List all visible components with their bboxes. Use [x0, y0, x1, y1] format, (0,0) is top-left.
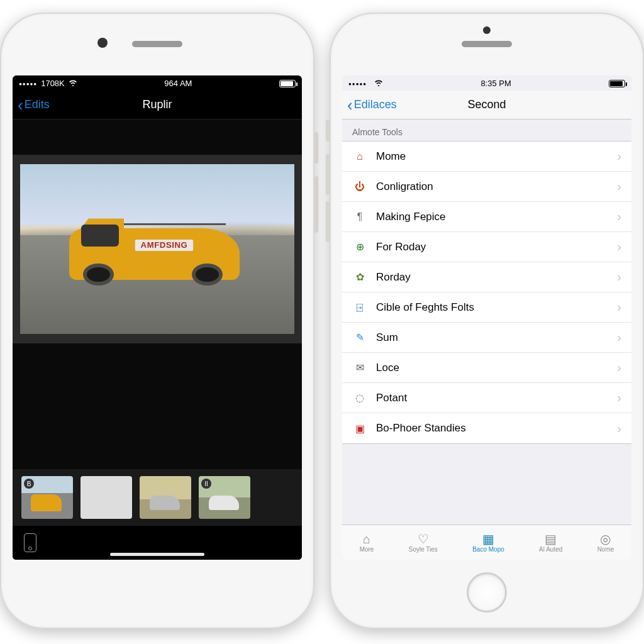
front-camera [483, 26, 491, 34]
thumb-badge: B [24, 479, 34, 489]
tab-label: Soyle Ties [409, 546, 438, 553]
list-item-label: Sum [376, 331, 617, 344]
tab-more[interactable]: ⌂More [360, 533, 374, 553]
thumb-badge: II [201, 479, 211, 489]
section-header: Almote Tools [342, 119, 631, 141]
wifi-icon [374, 79, 383, 88]
chat-icon: ◌ [352, 391, 367, 406]
mail-icon: ✉ [352, 360, 367, 375]
back-label: Edits [25, 98, 50, 111]
screen-right: 8:35 PM ‹ Edilaces Second Almote Tools ⌂… [342, 75, 631, 560]
list-item-label: Rorday [376, 271, 617, 284]
screen-left: 1708K 964 AM ‹ Edits Ruplir [13, 75, 302, 560]
tab-nome-icon: ◎ [600, 533, 611, 545]
tab-bar: ⌂More♡Soyle Ties▦Baco Mopo▤Al Auted◎Nome [342, 525, 631, 560]
van-logo-text: AMFDSING [135, 240, 192, 251]
list-item-label: Bo-Phoer Standies [376, 422, 617, 435]
thumbnail[interactable]: B [21, 476, 73, 519]
front-camera [97, 38, 108, 48]
phone-left: 1708K 964 AM ‹ Edits Ruplir [0, 13, 314, 629]
spacer-mid [13, 343, 302, 469]
chevron-right-icon: › [617, 360, 621, 375]
list-item[interactable]: ◌Potant› [342, 383, 631, 413]
back-label: Edilaces [354, 98, 397, 111]
spacer [342, 444, 631, 525]
list-item-label: Mome [376, 150, 617, 163]
list-item[interactable]: ⍈Cible of Feghts Folts› [342, 292, 631, 323]
status-bar: 1708K 964 AM [13, 75, 302, 91]
thumbnail-strip[interactable]: BII [13, 469, 302, 526]
mome-icon: ⌂ [352, 149, 367, 164]
chevron-right-icon: › [617, 270, 621, 284]
list-item[interactable]: ▣Bo-Phoer Standies› [342, 413, 631, 443]
power-icon: ⏻ [352, 179, 367, 194]
status-right [609, 79, 625, 88]
volume-up [326, 154, 330, 195]
list-item[interactable]: ✿Rorday› [342, 262, 631, 292]
chevron-right-icon: › [617, 149, 621, 164]
page-title: Ruplir [13, 98, 302, 111]
bag-icon: ⍈ [352, 300, 367, 315]
chevron-right-icon: › [617, 391, 621, 405]
chevron-right-icon: › [617, 240, 621, 254]
speaker [462, 41, 512, 47]
chevron-left-icon: ‹ [347, 97, 353, 113]
battery-icon [609, 80, 625, 87]
list-item[interactable]: ✉Loce› [342, 353, 631, 383]
home-indicator[interactable] [110, 553, 204, 556]
list-item-label: Making Fepice [376, 211, 617, 223]
chevron-right-icon: › [617, 179, 621, 194]
list-item[interactable]: ⊕For Roday› [342, 232, 631, 262]
tab-alauted[interactable]: ▤Al Auted [539, 533, 562, 553]
list-item[interactable]: ⏻Conligration› [342, 172, 631, 202]
speaker [132, 41, 182, 47]
phone-right: 8:35 PM ‹ Edilaces Second Almote Tools ⌂… [330, 13, 644, 629]
nav-bar: ‹ Edilaces Second [342, 91, 631, 119]
mute-switch [326, 119, 330, 142]
chevron-right-icon: › [617, 421, 621, 436]
list-item-label: Loce [376, 362, 617, 374]
making-icon: ¶ [352, 209, 367, 225]
chevron-left-icon: ‹ [18, 97, 23, 113]
back-button[interactable]: ‹ Edilaces [347, 97, 397, 113]
list-item[interactable]: ¶Making Fepice› [342, 202, 631, 232]
thumbnail[interactable]: II [199, 476, 250, 519]
tab-label: Baco Mopo [472, 546, 504, 553]
main-photo: AMFDSING [20, 164, 294, 334]
device-icon[interactable] [24, 533, 36, 552]
status-left: 1708K [19, 79, 77, 88]
status-time: 964 AM [164, 79, 192, 88]
roday-icon: ⊕ [352, 240, 367, 255]
nav-bar: ‹ Edits Ruplir [13, 91, 302, 119]
photo-viewport[interactable]: AMFDSING [13, 155, 302, 343]
side-button [314, 132, 318, 164]
tab-label: More [360, 546, 374, 553]
tab-baco-icon: ▦ [482, 533, 494, 545]
status-left [348, 79, 383, 88]
thumbnail[interactable] [140, 476, 191, 519]
list-item-label: Conligration [376, 180, 617, 193]
photo-van: AMFDSING [69, 218, 239, 279]
home-button[interactable] [467, 572, 507, 613]
tab-baco[interactable]: ▦Baco Mopo [472, 533, 504, 553]
wand-icon: ✎ [352, 330, 367, 345]
tab-more-icon: ⌂ [363, 533, 370, 545]
list-item[interactable]: ⌂Mome› [342, 142, 631, 172]
status-bar: 8:35 PM [342, 75, 631, 91]
thumbnail[interactable] [80, 476, 132, 519]
tab-nome[interactable]: ◎Nome [597, 533, 614, 553]
status-right [279, 79, 296, 88]
side-button [314, 176, 318, 233]
editor-body: AMFDSING BII [13, 119, 302, 560]
wifi-icon [69, 79, 77, 88]
list-item-label: For Roday [376, 241, 617, 253]
back-button[interactable]: ‹ Edits [18, 97, 50, 113]
tab-soyle[interactable]: ♡Soyle Ties [409, 533, 438, 553]
tab-label: Al Auted [539, 546, 562, 553]
standies-icon: ▣ [352, 421, 367, 436]
settings-list: ⌂Mome›⏻Conligration›¶Making Fepice›⊕For … [342, 141, 631, 444]
tab-alauted-icon: ▤ [545, 533, 557, 545]
carrier-label: 1708K [41, 79, 65, 88]
list-item[interactable]: ✎Sum› [342, 323, 631, 353]
status-time: 8:35 PM [480, 79, 511, 88]
